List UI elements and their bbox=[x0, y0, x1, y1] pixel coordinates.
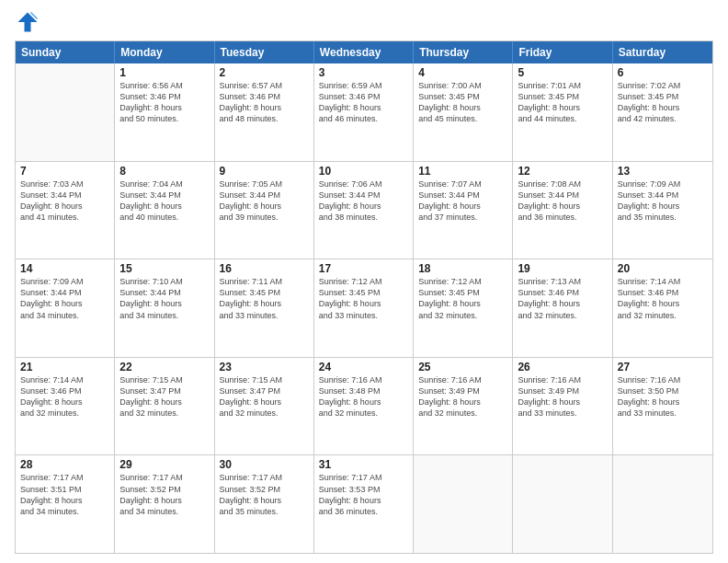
cell-info-line: Sunrise: 6:57 AM bbox=[220, 80, 309, 91]
cell-info-line: Daylight: 8 hours bbox=[518, 201, 607, 212]
cell-info-line: Daylight: 8 hours bbox=[220, 102, 309, 113]
day-number: 26 bbox=[518, 361, 607, 373]
calendar-cell: 18Sunrise: 7:12 AMSunset: 3:45 PMDayligh… bbox=[414, 259, 513, 357]
cell-info-line: Sunrise: 7:05 AM bbox=[220, 178, 309, 190]
cell-info-line: Sunset: 3:44 PM bbox=[220, 190, 309, 201]
cell-info-line: Sunrise: 7:17 AM bbox=[20, 472, 109, 483]
cell-info-line: Daylight: 8 hours bbox=[119, 298, 209, 309]
calendar-row: 21Sunrise: 7:14 AMSunset: 3:46 PMDayligh… bbox=[16, 358, 712, 456]
cell-info-line: Daylight: 8 hours bbox=[518, 298, 607, 309]
day-number: 17 bbox=[319, 262, 408, 275]
cell-info-line: and 34 minutes. bbox=[119, 310, 209, 321]
cell-info-line: Sunrise: 7:08 AM bbox=[518, 178, 607, 190]
calendar-container: SundayMondayTuesdayWednesdayThursdayFrid… bbox=[0, 0, 728, 563]
cell-info-line: Sunrise: 7:03 AM bbox=[20, 178, 109, 190]
day-number: 18 bbox=[418, 262, 507, 275]
day-number: 20 bbox=[618, 262, 708, 275]
header bbox=[15, 9, 713, 35]
day-number: 2 bbox=[220, 66, 309, 79]
calendar-cell bbox=[414, 455, 513, 553]
calendar-cell bbox=[613, 455, 712, 553]
cell-info-line: Daylight: 8 hours bbox=[418, 102, 507, 113]
day-number: 16 bbox=[220, 262, 309, 275]
cell-info-line: Sunrise: 7:16 AM bbox=[518, 374, 607, 385]
cell-info-line: and 33 minutes. bbox=[518, 408, 607, 419]
calendar-cell: 16Sunrise: 7:11 AMSunset: 3:45 PMDayligh… bbox=[215, 259, 314, 357]
calendar-cell: 6Sunrise: 7:02 AMSunset: 3:45 PMDaylight… bbox=[613, 63, 712, 161]
cell-info-line: Sunset: 3:44 PM bbox=[20, 190, 109, 201]
day-number: 12 bbox=[518, 165, 607, 178]
cell-info-line: Sunrise: 7:14 AM bbox=[20, 374, 109, 385]
cell-info-line: Sunset: 3:45 PM bbox=[418, 287, 507, 298]
day-number: 27 bbox=[618, 361, 708, 373]
cell-info-line: and 33 minutes. bbox=[220, 310, 309, 321]
cell-info-line: Daylight: 8 hours bbox=[618, 201, 708, 212]
cell-info-line: Sunset: 3:52 PM bbox=[220, 484, 309, 495]
day-number: 6 bbox=[618, 66, 708, 79]
calendar-row: 1Sunrise: 6:56 AMSunset: 3:46 PMDaylight… bbox=[16, 63, 712, 162]
cell-info-line: and 32 minutes. bbox=[319, 408, 408, 419]
calendar-cell: 22Sunrise: 7:15 AMSunset: 3:47 PMDayligh… bbox=[115, 358, 214, 455]
calendar-cell: 20Sunrise: 7:14 AMSunset: 3:46 PMDayligh… bbox=[613, 259, 712, 357]
cell-info-line: Sunrise: 7:09 AM bbox=[20, 276, 109, 287]
day-number: 11 bbox=[418, 165, 507, 178]
cell-info-line: Daylight: 8 hours bbox=[618, 102, 708, 113]
calendar-header-cell: Saturday bbox=[613, 41, 712, 63]
calendar-cell: 25Sunrise: 7:16 AMSunset: 3:49 PMDayligh… bbox=[414, 358, 513, 455]
calendar-row: 28Sunrise: 7:17 AMSunset: 3:51 PMDayligh… bbox=[16, 455, 712, 553]
calendar-cell: 23Sunrise: 7:15 AMSunset: 3:47 PMDayligh… bbox=[215, 358, 314, 455]
calendar-cell bbox=[16, 63, 115, 161]
day-number: 19 bbox=[518, 262, 607, 275]
day-number: 8 bbox=[119, 165, 209, 178]
cell-info-line: Sunrise: 6:59 AM bbox=[319, 80, 408, 91]
cell-info-line: Sunset: 3:48 PM bbox=[319, 385, 408, 396]
cell-info-line: Sunset: 3:44 PM bbox=[20, 287, 109, 298]
cell-info-line: and 34 minutes. bbox=[20, 310, 109, 321]
cell-info-line: Daylight: 8 hours bbox=[119, 495, 209, 506]
cell-info-line: Sunrise: 7:15 AM bbox=[119, 374, 209, 385]
calendar-row: 7Sunrise: 7:03 AMSunset: 3:44 PMDaylight… bbox=[16, 162, 712, 260]
cell-info-line: Sunset: 3:44 PM bbox=[418, 190, 507, 201]
cell-info-line: Sunset: 3:50 PM bbox=[618, 385, 708, 396]
cell-info-line: Sunrise: 7:01 AM bbox=[518, 80, 607, 91]
cell-info-line: Sunset: 3:46 PM bbox=[618, 287, 708, 298]
cell-info-line: and 42 minutes. bbox=[618, 113, 708, 124]
day-number: 13 bbox=[618, 165, 708, 178]
logo bbox=[15, 9, 44, 35]
cell-info-line: Daylight: 8 hours bbox=[418, 201, 507, 212]
cell-info-line: Sunrise: 7:17 AM bbox=[220, 472, 309, 483]
cell-info-line: Sunset: 3:44 PM bbox=[119, 190, 209, 201]
cell-info-line: Daylight: 8 hours bbox=[319, 396, 408, 408]
calendar-header: SundayMondayTuesdayWednesdayThursdayFrid… bbox=[16, 41, 712, 63]
cell-info-line: and 32 minutes. bbox=[119, 408, 209, 419]
day-number: 7 bbox=[20, 165, 109, 178]
cell-info-line: Sunrise: 7:16 AM bbox=[418, 374, 507, 385]
calendar-cell: 19Sunrise: 7:13 AMSunset: 3:46 PMDayligh… bbox=[513, 259, 612, 357]
cell-info-line: Daylight: 8 hours bbox=[220, 495, 309, 506]
cell-info-line: Sunrise: 7:16 AM bbox=[319, 374, 408, 385]
cell-info-line: and 33 minutes. bbox=[319, 310, 408, 321]
calendar-cell: 14Sunrise: 7:09 AMSunset: 3:44 PMDayligh… bbox=[16, 259, 115, 357]
day-number: 29 bbox=[119, 458, 209, 471]
calendar-header-cell: Monday bbox=[115, 41, 214, 63]
cell-info-line: Sunrise: 7:07 AM bbox=[418, 178, 507, 190]
cell-info-line: Sunset: 3:46 PM bbox=[319, 91, 408, 102]
calendar-header-cell: Friday bbox=[513, 41, 612, 63]
day-number: 30 bbox=[220, 458, 309, 471]
cell-info-line: Daylight: 8 hours bbox=[319, 102, 408, 113]
cell-info-line: Sunrise: 7:11 AM bbox=[220, 276, 309, 287]
cell-info-line: Sunrise: 7:04 AM bbox=[119, 178, 209, 190]
calendar-cell: 5Sunrise: 7:01 AMSunset: 3:45 PMDaylight… bbox=[513, 63, 612, 161]
cell-info-line: and 37 minutes. bbox=[418, 212, 507, 223]
cell-info-line: Daylight: 8 hours bbox=[319, 495, 408, 506]
cell-info-line: Sunrise: 7:02 AM bbox=[618, 80, 708, 91]
cell-info-line: and 32 minutes. bbox=[518, 310, 607, 321]
day-number: 3 bbox=[319, 66, 408, 79]
cell-info-line: Daylight: 8 hours bbox=[119, 102, 209, 113]
cell-info-line: and 32 minutes. bbox=[220, 408, 309, 419]
calendar-cell: 24Sunrise: 7:16 AMSunset: 3:48 PMDayligh… bbox=[314, 358, 414, 455]
cell-info-line: and 39 minutes. bbox=[220, 212, 309, 223]
calendar-cell: 30Sunrise: 7:17 AMSunset: 3:52 PMDayligh… bbox=[215, 455, 314, 553]
calendar-cell: 9Sunrise: 7:05 AMSunset: 3:44 PMDaylight… bbox=[215, 162, 314, 259]
cell-info-line: and 34 minutes. bbox=[20, 506, 109, 517]
